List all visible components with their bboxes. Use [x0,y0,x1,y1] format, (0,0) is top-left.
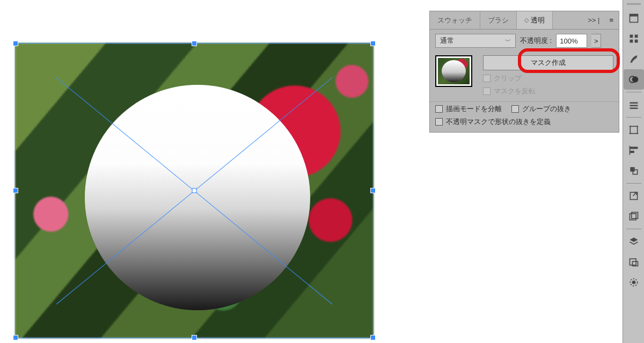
gradient-ellipse[interactable] [85,85,310,310]
isolate-blending-label: 描画モードを分離 [446,104,502,114]
tab-brushes[interactable]: ブラシ [480,11,517,29]
checkbox-icon[interactable] [435,118,443,126]
swatches-icon[interactable] [624,28,644,49]
svg-point-27 [632,281,635,284]
svg-point-7 [632,76,638,83]
knockout-group-label: グループの抜き [522,104,571,114]
tab-swatches[interactable]: スウォッチ [430,11,480,29]
asset-export-icon[interactable] [624,252,644,272]
properties-icon[interactable] [624,8,644,28]
export-icon[interactable] [624,186,644,206]
dock-grip[interactable] [627,3,641,5]
appearance-icon[interactable] [624,272,644,293]
svg-rect-16 [630,147,638,149]
tab-label: ブラシ [488,16,509,25]
invert-mask-label: マスクを反転 [494,86,536,96]
svg-rect-2 [630,35,633,38]
panel-menu-icon[interactable]: ≡ [604,16,619,24]
svg-rect-17 [630,151,634,153]
tab-expand-icon: ◇ [524,17,529,24]
chevron-right-icon: > [594,37,598,45]
svg-line-22 [633,192,636,196]
clip-checkbox: クリップ [483,74,613,83]
clip-label: クリップ [494,74,522,83]
opacity-input[interactable]: 100% [556,34,587,48]
tab-label: 透明 [531,16,545,25]
transparency-icon[interactable] [624,69,644,90]
checkbox-icon[interactable] [511,105,519,113]
svg-rect-5 [634,40,638,43]
layers-icon[interactable] [624,231,644,252]
checkbox-icon [483,87,491,95]
tab-label: スウォッチ [437,16,472,25]
svg-rect-3 [634,35,638,38]
make-mask-button[interactable]: マスク作成 [483,55,613,70]
opacity-value: 100% [560,37,577,45]
checkbox-icon [483,75,491,82]
panel-collapse-icon[interactable]: >> | [583,16,604,24]
panel-tab-strip: スウォッチ ブラシ ◇ 透明 >> | ≡ [430,11,619,30]
opacity-stepper[interactable]: > [591,34,601,48]
canvas-area[interactable] [15,43,374,338]
svg-rect-4 [630,40,633,43]
libraries-icon[interactable] [624,206,644,227]
artwork-thumbnail[interactable] [435,55,472,87]
make-mask-label: マスク作成 [531,58,566,68]
blend-mode-value: 通常 [440,36,454,46]
svg-rect-1 [630,14,638,17]
opacity-mask-define-label: 不透明マスクで形状の抜きを定義 [446,117,551,127]
align-icon[interactable] [624,140,644,160]
artboards-icon[interactable] [624,120,644,140]
stroke-icon[interactable] [624,94,644,115]
checkbox-icon[interactable] [435,105,443,113]
chevron-down-icon: ﹀ [505,37,511,45]
opacity-label: 不透明度 : [520,36,552,46]
right-dock [623,0,644,343]
brushes-icon[interactable] [624,49,644,69]
transform-icon[interactable] [624,160,644,181]
blend-mode-select[interactable]: 通常 ﹀ [435,34,516,48]
transparency-panel: スウォッチ ブラシ ◇ 透明 >> | ≡ 通常 ﹀ 不透明度 : 100% > [429,11,619,133]
svg-rect-11 [630,126,637,133]
invert-mask-checkbox: マスクを反転 [483,86,613,96]
tab-transparency[interactable]: ◇ 透明 [517,11,553,29]
